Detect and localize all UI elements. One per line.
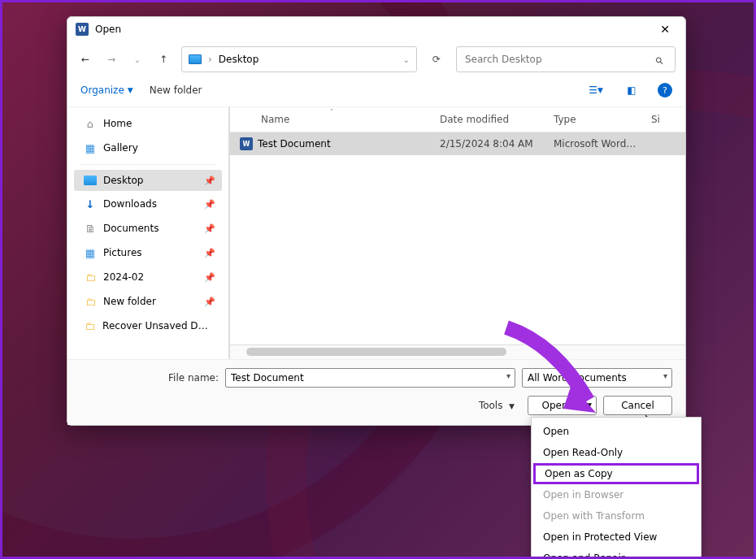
- search-icon: ⚲: [653, 51, 669, 67]
- organize-button[interactable]: Organize ▼: [80, 84, 133, 96]
- sidebar-label: New folder: [103, 296, 156, 307]
- sort-asc-icon: ˄: [330, 109, 333, 116]
- download-icon: ↓: [84, 197, 97, 210]
- column-name[interactable]: ˄Name: [230, 110, 433, 128]
- titlebar: W Open ✕: [67, 17, 685, 41]
- sidebar-label: 2024-02: [103, 271, 144, 283]
- pin-icon: 📌: [204, 248, 215, 258]
- menu-item-open-protected[interactable]: Open in Protected View: [532, 526, 701, 548]
- new-folder-button[interactable]: New folder: [150, 84, 202, 96]
- menu-item-open-repair[interactable]: Open and Repair: [532, 548, 701, 559]
- filter-select[interactable]: All Word Documents: [522, 368, 672, 388]
- pin-icon: 📌: [204, 223, 215, 234]
- filename-input[interactable]: [225, 368, 515, 388]
- desktop-icon: [84, 176, 97, 185]
- word-doc-icon: W: [240, 137, 253, 150]
- body-area: ⌂Home ▦Gallery Desktop📌 ↓Downloads📌 🗎Doc…: [67, 107, 685, 359]
- file-type: Microsoft Word D...: [547, 136, 645, 151]
- breadcrumb-location[interactable]: Desktop: [219, 54, 259, 65]
- sidebar-item-downloads[interactable]: ↓Downloads📌: [74, 193, 222, 215]
- close-button[interactable]: ✕: [653, 21, 677, 37]
- refresh-button[interactable]: ⟳: [427, 54, 446, 65]
- menu-item-open-browser: Open in Browser: [532, 484, 701, 505]
- gallery-icon: ▦: [84, 141, 97, 154]
- folder-icon: 🗀: [84, 271, 97, 284]
- tools-dropdown[interactable]: Tools ▼: [479, 400, 515, 411]
- sidebar-label: Documents: [103, 223, 159, 234]
- sidebar-item-documents[interactable]: 🗎Documents📌: [74, 217, 222, 240]
- menu-item-open-as-copy[interactable]: Open as Copy: [533, 463, 699, 484]
- desktop-icon: [189, 54, 202, 64]
- open-button[interactable]: Open: [528, 400, 581, 411]
- sidebar-label: Recover Unsaved Doc...: [102, 320, 212, 332]
- navbar: ← → ⌄ ↑ › Desktop ⌄ ⟳ ⚲: [67, 41, 685, 77]
- sidebar: ⌂Home ▦Gallery Desktop📌 ↓Downloads📌 🗎Doc…: [67, 107, 230, 359]
- sidebar-item-gallery[interactable]: ▦Gallery: [74, 136, 222, 159]
- filename-input-wrapper: [225, 368, 515, 388]
- column-date[interactable]: Date modified: [433, 110, 547, 128]
- sidebar-separator: [80, 164, 215, 165]
- sidebar-label: Pictures: [103, 247, 142, 258]
- view-list-icon[interactable]: ☰ ▼: [586, 80, 606, 100]
- horizontal-scrollbar[interactable]: [230, 344, 685, 359]
- address-bar[interactable]: › Desktop ⌄: [181, 46, 417, 72]
- pin-icon: 📌: [204, 176, 215, 186]
- search-input[interactable]: [465, 54, 649, 65]
- open-options-menu: Open Open Read-Only Open as Copy Open in…: [531, 417, 702, 559]
- document-icon: 🗎: [84, 222, 97, 235]
- menu-item-open-readonly[interactable]: Open Read-Only: [532, 442, 701, 463]
- column-size[interactable]: Si: [645, 110, 685, 128]
- footer: File name: All Word Documents Tools ▼ Op…: [67, 359, 685, 425]
- menu-item-open-transform: Open with Transform: [532, 505, 701, 526]
- recent-dropdown[interactable]: ⌄: [129, 51, 146, 67]
- file-area: ˄Name Date modified Type Si WTest Docume…: [230, 107, 685, 359]
- up-button[interactable]: ↑: [155, 51, 172, 67]
- filename-label: File name:: [80, 372, 219, 384]
- forward-button[interactable]: →: [103, 51, 119, 67]
- column-type[interactable]: Type: [547, 110, 645, 128]
- dialog-title: Open: [95, 24, 653, 35]
- sidebar-item-pictures[interactable]: ▦Pictures📌: [74, 241, 222, 264]
- folder-icon: 🗀: [84, 295, 97, 308]
- sidebar-item-recover[interactable]: 🗀Recover Unsaved Doc...: [74, 314, 222, 337]
- help-icon[interactable]: ?: [658, 83, 672, 98]
- file-type-filter[interactable]: All Word Documents: [522, 368, 672, 388]
- sidebar-item-new-folder[interactable]: 🗀New folder📌: [74, 290, 222, 313]
- pin-icon: 📌: [204, 272, 215, 283]
- home-icon: ⌂: [84, 117, 97, 130]
- sidebar-item-desktop[interactable]: Desktop📌: [74, 170, 222, 191]
- column-headers: ˄Name Date modified Type Si: [230, 107, 685, 132]
- open-dropdown-button[interactable]: ▼: [581, 401, 596, 410]
- sidebar-label: Gallery: [103, 142, 138, 154]
- picture-icon: ▦: [84, 246, 97, 259]
- word-app-icon: W: [76, 23, 89, 36]
- cancel-button[interactable]: Cancel: [603, 396, 672, 415]
- open-split-button[interactable]: Open ▼: [528, 396, 597, 415]
- sidebar-label: Home: [103, 118, 132, 129]
- search-box[interactable]: ⚲: [456, 46, 676, 72]
- menu-item-open[interactable]: Open: [532, 421, 701, 442]
- sidebar-label: Desktop: [103, 175, 144, 186]
- pin-icon: 📌: [204, 199, 215, 210]
- back-button[interactable]: ←: [77, 51, 93, 67]
- breadcrumb-separator: ›: [208, 54, 212, 65]
- sidebar-item-folder-2024-02[interactable]: 🗀2024-02📌: [74, 266, 222, 288]
- preview-pane-icon[interactable]: ◧: [622, 80, 641, 100]
- pin-icon: 📌: [204, 297, 215, 307]
- toolbar: Organize ▼ New folder ☰ ▼ ◧ ?: [67, 77, 685, 107]
- address-dropdown[interactable]: ⌄: [403, 55, 410, 64]
- file-list[interactable]: WTest Document 2/15/2024 8:04 AM Microso…: [230, 132, 685, 344]
- sidebar-item-home[interactable]: ⌂Home: [74, 112, 222, 135]
- folder-icon: 🗀: [84, 319, 96, 332]
- sidebar-label: Downloads: [103, 198, 157, 210]
- file-row[interactable]: WTest Document 2/15/2024 8:04 AM Microso…: [230, 132, 685, 155]
- file-name: Test Document: [258, 138, 331, 150]
- file-date: 2/15/2024 8:04 AM: [433, 136, 547, 151]
- open-dialog: W Open ✕ ← → ⌄ ↑ › Desktop ⌄ ⟳ ⚲ Organiz…: [67, 16, 686, 426]
